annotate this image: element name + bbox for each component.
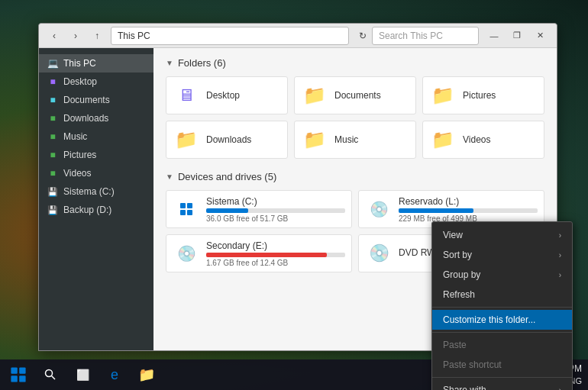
folder-music[interactable]: 📁 Music [294,121,416,159]
close-button[interactable]: ✕ [529,27,551,45]
drive-sistema-size: 36.0 GB free of 51.7 GB [206,214,345,223]
ctx-share-with-label: Share with [443,385,486,390]
drive-secondary[interactable]: 💿 Secondary (E:) 1.67 GB free of 12.4 GB [166,234,352,272]
up-button[interactable]: ↑ [88,27,106,45]
ctx-refresh-label: Refresh [443,289,475,300]
sidebar-item-downloads[interactable]: ■ Downloads [39,109,153,127]
videos-icon: ■ [47,167,59,179]
ctx-divider-3 [432,377,572,378]
sidebar-item-this-pc[interactable]: 💻 This PC [39,54,153,73]
drive-reservado-info: Reservado (L:) 229 MB free of 499 MB [399,196,538,223]
ctx-refresh[interactable]: Refresh [432,285,572,305]
ctx-view[interactable]: View › [432,225,572,245]
sidebar-label-desktop: Desktop [63,76,97,87]
monitor-icon: 💻 [47,57,59,69]
folders-section-header[interactable]: ▼ Folders (6) [166,57,544,69]
backup-drive-icon: 💾 [47,204,59,216]
music-icon: ■ [47,131,59,143]
svg-line-1 [52,376,56,380]
folder-videos[interactable]: 📁 Videos [422,121,544,159]
refresh-nav-button[interactable]: ↻ [354,27,372,45]
drives-section-header[interactable]: ▼ Devices and drives (5) [166,171,544,182]
sidebar-item-documents[interactable]: ■ Documents [39,91,153,109]
sidebar-label-documents: Documents [63,95,110,105]
folder-pictures[interactable]: 📁 Pictures [422,76,544,114]
ctx-paste-shortcut-label: Paste shortcut [443,359,502,370]
ctx-customize[interactable]: Customize this folder... [432,310,572,330]
drive-sistema-info: Sistema (C:) 36.0 GB free of 51.7 GB [206,196,345,223]
folder-downloads-label: Downloads [206,134,251,145]
pictures-icon: ■ [47,149,59,161]
sidebar-label-backup: Backup (D:) [63,205,111,215]
drive-secondary-bar [206,253,327,257]
folders-chevron-icon: ▼ [166,59,173,67]
back-button[interactable]: ‹ [45,27,63,45]
folder-documents-icon: 📁 [301,82,328,109]
ctx-sort-by[interactable]: Sort by › [432,245,572,265]
folder-downloads[interactable]: 📁 Downloads [166,121,288,159]
start-button[interactable] [3,359,34,390]
sidebar-label-pictures: Pictures [63,150,96,160]
folder-videos-icon: 📁 [429,126,457,153]
drive-secondary-icon: 💿 [173,240,200,267]
taskbar-left: ⬜ e 📁 [0,359,165,390]
ctx-sort-by-arrow: › [559,251,561,259]
title-bar: ‹ › ↑ This PC ↻ Search This PC — ❐ ✕ [39,24,557,48]
ctx-share-with[interactable]: Share with › [432,380,572,390]
folder-music-label: Music [334,134,358,145]
task-view-button[interactable]: ⬜ [67,359,98,390]
window-controls: — ❐ ✕ [483,27,551,45]
minimize-button[interactable]: — [483,27,505,45]
sidebar-label-music: Music [63,131,87,142]
explorer-taskbar-button[interactable]: 📁 [131,359,162,390]
sistema-drive-icon: 💾 [47,185,59,198]
forward-button[interactable]: › [66,27,85,45]
folder-desktop-label: Desktop [206,90,240,101]
drive-reservado-icon: 💿 [365,195,393,223]
ctx-share-with-arrow: › [559,386,561,391]
drives-section-label: Devices and drives (5) [178,171,276,182]
nav-buttons: ‹ › ↑ [45,27,106,45]
drive-reservado-bar [399,208,473,213]
downloads-icon: ■ [47,112,59,124]
sidebar-item-sistema[interactable]: 💾 Sistema (C:) [39,182,153,201]
search-bar[interactable]: Search This PC [372,27,479,45]
drive-sistema-name: Sistema (C:) [206,196,345,207]
context-menu: View › Sort by › Group by › Refresh Cust… [431,221,573,390]
folder-music-icon: 📁 [301,126,328,153]
sidebar-item-music[interactable]: ■ Music [39,127,153,146]
ctx-group-by[interactable]: Group by › [432,265,572,285]
sidebar-item-videos[interactable]: ■ Videos [39,164,153,182]
ctx-paste[interactable]: Paste [432,335,572,355]
edge-taskbar-button[interactable]: e [99,359,130,390]
sidebar-item-desktop[interactable]: ■ Desktop [39,73,153,91]
restore-button[interactable]: ❐ [506,27,528,45]
drive-dvd-icon: 💿 [365,240,393,267]
breadcrumb[interactable]: This PC [111,27,349,45]
sidebar-item-pictures[interactable]: ■ Pictures [39,146,153,164]
search-taskbar-button[interactable] [35,359,66,390]
ctx-paste-shortcut[interactable]: Paste shortcut [432,355,572,375]
ctx-paste-label: Paste [443,340,467,350]
folder-desktop-icon: 🖥 [173,82,200,109]
drive-sistema-bar [206,208,248,213]
ctx-divider-1 [432,307,572,308]
svg-point-0 [46,370,53,377]
desktop-icon: ■ [47,76,59,88]
drive-secondary-name: Secondary (E:) [206,240,345,251]
folder-documents-label: Documents [334,90,381,101]
folder-documents[interactable]: 📁 Documents [294,76,416,114]
folders-section-label: Folders (6) [178,57,226,69]
sidebar-item-backup[interactable]: 💾 Backup (D:) [39,201,153,219]
ctx-divider-2 [432,332,572,333]
drive-secondary-bar-container [206,253,345,257]
folder-desktop[interactable]: 🖥 Desktop [166,76,288,114]
ctx-view-label: View [443,230,463,240]
drive-sistema[interactable]: Sistema (C:) 36.0 GB free of 51.7 GB [166,190,352,228]
drive-reservado-name: Reservado (L:) [399,196,538,207]
drive-secondary-size: 1.67 GB free of 12.4 GB [206,259,345,267]
drive-sistema-bar-container [206,208,345,213]
folder-videos-label: Videos [463,134,490,145]
ctx-group-by-label: Group by [443,269,480,280]
sidebar-label-this-pc: This PC [63,58,96,69]
